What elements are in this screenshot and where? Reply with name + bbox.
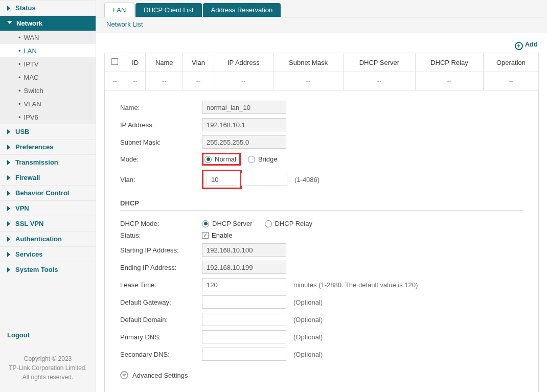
sidebar-sub-iptv[interactable]: IPTV xyxy=(0,57,96,71)
sidebar-item-network[interactable]: Network xyxy=(0,15,96,31)
sidebar-item-label: SSL VPN xyxy=(15,220,43,227)
tabbar: LAN DHCP Client List Address Reservation xyxy=(96,0,547,17)
sidebar-sub-label: WAN xyxy=(24,34,39,41)
default-gateway-input[interactable] xyxy=(202,295,286,309)
col-mask: Subnet Mask xyxy=(274,53,344,72)
caret-icon xyxy=(7,129,10,134)
ending-ip-label: Ending IP Address: xyxy=(120,264,202,271)
sidebar-item-usb[interactable]: USB xyxy=(0,124,96,139)
tab-dhcp-client-list[interactable]: DHCP Client List xyxy=(135,3,201,17)
select-all-checkbox[interactable] xyxy=(111,58,118,65)
logout-label: Logout xyxy=(7,331,30,339)
caret-icon xyxy=(7,175,10,180)
mode-bridge-radio[interactable]: Bridge xyxy=(248,155,278,163)
sidebar-sub-lan[interactable]: LAN xyxy=(0,44,96,57)
cell: -- xyxy=(274,72,344,90)
sidebar-sub-vlan[interactable]: VLAN xyxy=(0,97,96,110)
sidebar-item-status[interactable]: Status xyxy=(0,0,96,15)
sidebar-item-services[interactable]: Services xyxy=(0,246,96,262)
subheader: Network List xyxy=(96,17,547,33)
advanced-settings-toggle[interactable]: Advanced Settings xyxy=(120,371,523,379)
sidebar-item-ssl-vpn[interactable]: SSL VPN xyxy=(0,216,96,231)
sidebar-item-label: Status xyxy=(15,4,36,12)
caret-icon xyxy=(7,160,10,165)
sidebar-sub-label: Switch xyxy=(24,87,43,95)
add-button[interactable]: +Add xyxy=(104,40,539,53)
subnet-mask-input[interactable] xyxy=(202,135,286,149)
sidebar-item-behavior-control[interactable]: Behavior Control xyxy=(0,185,96,200)
starting-ip-label: Starting IP Address: xyxy=(120,246,202,254)
lease-time-hint: minutes (1-2880. The default value is 12… xyxy=(293,281,418,289)
ip-address-input[interactable] xyxy=(202,118,286,131)
status-label: Status: xyxy=(120,232,202,239)
sidebar-item-label: Transmission xyxy=(15,158,58,166)
logout-link[interactable]: Logout xyxy=(0,321,96,349)
advanced-settings-label: Advanced Settings xyxy=(132,372,188,379)
name-input[interactable] xyxy=(202,101,286,114)
content: +Add ID Name Vlan IP Address Subnet Mask… xyxy=(96,33,547,392)
radio-label: DHCP Relay xyxy=(275,220,312,227)
primary-dns-label: Primary DNS: xyxy=(120,333,202,341)
sidebar-item-label: Preferences xyxy=(15,143,53,151)
sidebar-item-label: Firewall xyxy=(15,174,40,181)
col-checkbox xyxy=(105,53,125,72)
mode-normal-radio[interactable]: Normal xyxy=(204,155,236,163)
ending-ip-input[interactable] xyxy=(202,261,286,274)
sidebar-sub-ipv6[interactable]: IPV6 xyxy=(0,110,96,124)
vlan-label: Vlan: xyxy=(120,176,202,183)
sidebar-item-system-tools[interactable]: System Tools xyxy=(0,262,96,277)
primary-dns-hint: (Optional) xyxy=(293,333,323,341)
sidebar-item-firewall[interactable]: Firewall xyxy=(0,170,96,185)
sidebar-sub-wan[interactable]: WAN xyxy=(0,31,96,44)
sidebar: Status Network WAN LAN IPTV MAC Switch V… xyxy=(0,0,96,392)
caret-icon xyxy=(7,267,10,272)
sidebar-item-label: Network xyxy=(16,19,42,27)
default-domain-input[interactable] xyxy=(202,313,286,326)
domain-hint: (Optional) xyxy=(293,316,323,324)
cell: -- xyxy=(183,72,214,90)
enable-checkbox[interactable] xyxy=(202,232,209,239)
sidebar-sub-switch[interactable]: Switch xyxy=(0,84,96,97)
tab-address-reservation[interactable]: Address Reservation xyxy=(203,3,281,17)
cell: -- xyxy=(214,72,273,90)
network-list-table: ID Name Vlan IP Address Subnet Mask DHCP… xyxy=(104,53,539,90)
sidebar-item-authentication[interactable]: Authentication xyxy=(0,231,96,246)
main: LAN DHCP Client List Address Reservation… xyxy=(96,0,547,392)
lease-time-input[interactable] xyxy=(202,278,286,291)
tab-lan[interactable]: LAN xyxy=(104,3,134,17)
vlan-input[interactable] xyxy=(207,173,237,186)
caret-icon xyxy=(7,237,10,242)
radio-label: Normal xyxy=(215,155,236,163)
highlight-vlan xyxy=(202,170,242,189)
caret-icon xyxy=(7,145,10,150)
vlan-input-extra[interactable] xyxy=(241,173,287,186)
copyright-line: All rights reserved. xyxy=(4,373,92,382)
cell: -- xyxy=(125,72,146,90)
caret-down-icon xyxy=(7,21,12,27)
starting-ip-input[interactable] xyxy=(202,243,286,257)
radio-label: DHCP Server xyxy=(212,220,253,227)
sidebar-item-transmission[interactable]: Transmission xyxy=(0,154,96,170)
dhcp-mode-relay-radio[interactable]: DHCP Relay xyxy=(265,220,312,227)
secondary-dns-label: Secondary DNS: xyxy=(120,351,202,358)
divider xyxy=(120,210,523,211)
cell: -- xyxy=(415,72,483,90)
caret-icon xyxy=(7,221,10,226)
secondary-dns-input[interactable] xyxy=(202,348,286,361)
default-gateway-label: Default Gateway: xyxy=(120,298,202,306)
sidebar-item-label: System Tools xyxy=(15,266,58,273)
dhcp-mode-label: DHCP Mode: xyxy=(120,220,202,227)
cell: -- xyxy=(343,72,415,90)
tab-label: Address Reservation xyxy=(211,6,273,14)
sidebar-item-label: USB xyxy=(15,128,29,135)
subnet-mask-label: Subnet Mask: xyxy=(120,139,202,146)
primary-dns-input[interactable] xyxy=(202,330,286,343)
caret-icon xyxy=(7,252,10,257)
sidebar-sub-mac[interactable]: MAC xyxy=(0,71,96,84)
col-vlan: Vlan xyxy=(183,53,214,72)
dhcp-mode-server-radio[interactable]: DHCP Server xyxy=(202,220,253,227)
radio-icon xyxy=(248,156,255,163)
sidebar-item-vpn[interactable]: VPN xyxy=(0,200,96,216)
caret-icon xyxy=(7,206,10,211)
sidebar-item-preferences[interactable]: Preferences xyxy=(0,139,96,154)
